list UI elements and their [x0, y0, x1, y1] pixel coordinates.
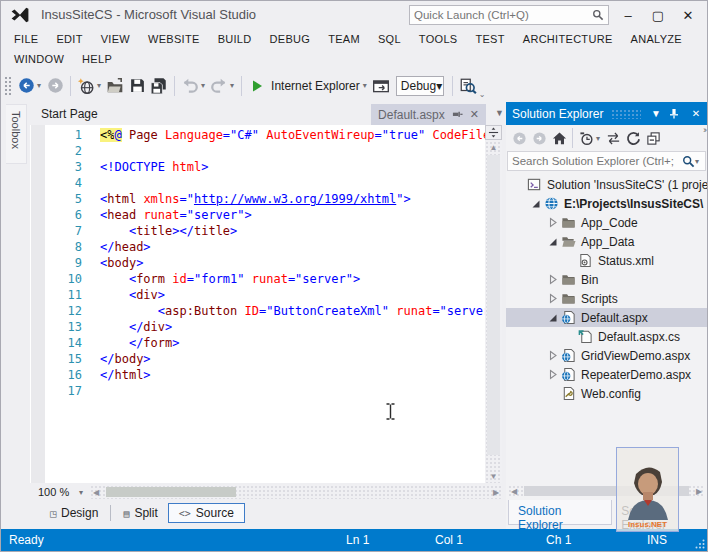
- close-button[interactable]: ✕: [673, 1, 703, 29]
- minimize-button[interactable]: –: [613, 1, 643, 29]
- menu-item-build[interactable]: BUILD: [209, 33, 261, 45]
- chevron-collapsed-icon[interactable]: [546, 274, 560, 285]
- switch-views-icon[interactable]: [577, 129, 595, 147]
- back-icon[interactable]: [510, 129, 528, 147]
- editor-zoom-select[interactable]: 100 % ▾: [30, 486, 90, 498]
- code-line[interactable]: 4: [30, 175, 502, 191]
- menu-item-website[interactable]: WEBSITE: [139, 33, 209, 45]
- chevron-collapsed-icon[interactable]: [546, 293, 560, 304]
- menu-item-window[interactable]: WINDOW: [5, 53, 73, 65]
- toolbar-overflow-icon[interactable]: ››: [703, 125, 705, 135]
- new-web-form-icon[interactable]: [77, 77, 95, 95]
- code-line[interactable]: 11 <div>: [30, 287, 502, 303]
- solution-explorer-titlebar[interactable]: Solution Explorer ▼ ✕: [506, 102, 707, 125]
- tab-split[interactable]: ▤ Split: [113, 504, 167, 522]
- editor-horizontal-scrollbar[interactable]: ◀ ▶: [90, 485, 502, 499]
- undo-dropdown-icon[interactable]: ▾: [201, 81, 205, 90]
- start-debug-icon[interactable]: [248, 77, 266, 95]
- tree-item-scripts[interactable]: Scripts: [506, 289, 707, 308]
- chevron-expanded-icon[interactable]: [546, 313, 560, 323]
- chevron-collapsed-icon[interactable]: [546, 350, 560, 361]
- search-options-dropdown-icon[interactable]: ▾: [695, 157, 699, 166]
- save-icon[interactable]: [128, 77, 146, 95]
- toolbar-overflow-icon[interactable]: ⌄: [479, 90, 486, 99]
- menu-item-sql[interactable]: SQL: [369, 33, 410, 45]
- save-all-icon[interactable]: [150, 77, 168, 95]
- menu-item-edit[interactable]: EDIT: [47, 33, 91, 45]
- tab-design[interactable]: ◳ Design: [40, 504, 108, 522]
- code-line[interactable]: 16</html>: [30, 367, 502, 383]
- home-icon[interactable]: [550, 129, 568, 147]
- menu-item-tools[interactable]: TOOLS: [410, 33, 467, 45]
- menu-item-help[interactable]: HELP: [73, 53, 121, 65]
- menu-item-test[interactable]: TEST: [466, 33, 513, 45]
- resize-grip[interactable]: [695, 539, 705, 549]
- chevron-expanded-icon[interactable]: [529, 199, 543, 209]
- solution-configuration-select[interactable]: Debug ▾: [396, 76, 444, 96]
- browse-with-icon[interactable]: [372, 77, 390, 95]
- open-file-icon[interactable]: [106, 77, 124, 95]
- switch-views-dropdown-icon[interactable]: ▾: [596, 134, 600, 143]
- tab-start-page[interactable]: Start Page: [31, 104, 108, 125]
- code-line[interactable]: 3<!DOCTYPE html>: [30, 159, 502, 175]
- chevron-expanded-icon[interactable]: [546, 237, 560, 247]
- chevron-collapsed-icon[interactable]: [546, 217, 560, 228]
- menu-item-view[interactable]: VIEW: [92, 33, 139, 45]
- split-window-handle[interactable]: [485, 125, 502, 140]
- tree-item-e-projects-insussitecs-[interactable]: E:\Projects\InsusSiteCS\: [506, 194, 707, 213]
- run-target-dropdown-icon[interactable]: ▾: [363, 81, 367, 90]
- tab-default-aspx[interactable]: Default.aspx ✕: [371, 104, 486, 125]
- pin-icon[interactable]: [452, 109, 463, 120]
- window-position-dropdown-icon[interactable]: ▼: [649, 108, 663, 119]
- code-line[interactable]: 10 <form id="form1" runat="server">: [30, 271, 502, 287]
- code-line[interactable]: 5<html xmlns="http://www.w3.org/1999/xht…: [30, 191, 502, 207]
- navigate-forward-icon[interactable]: [46, 77, 64, 95]
- scroll-left-icon[interactable]: ◀: [508, 487, 520, 496]
- tab-solution-explorer[interactable]: Solution Explorer: [508, 500, 612, 525]
- scroll-right-icon[interactable]: ▶: [693, 487, 705, 496]
- menu-item-architecture[interactable]: ARCHITECTURE: [514, 33, 622, 45]
- toolbar-drag-handle[interactable]: [4, 76, 12, 96]
- new-item-dropdown-icon[interactable]: ▾: [97, 81, 101, 90]
- navigate-back-dropdown-icon[interactable]: ▾: [37, 81, 41, 90]
- code-line[interactable]: 15</body>: [30, 351, 502, 367]
- redo-icon[interactable]: [210, 77, 228, 95]
- close-tab-icon[interactable]: ✕: [470, 108, 479, 121]
- run-target-label[interactable]: Internet Explorer: [271, 79, 360, 93]
- code-line[interactable]: 7 <title></title>: [30, 223, 502, 239]
- tree-item-default-aspx-cs[interactable]: Default.aspx.cs: [506, 327, 707, 346]
- tree-item-solution-insussitecs-1-project-[interactable]: Solution 'InsusSiteCS' (1 project): [506, 175, 707, 194]
- scroll-up-icon[interactable]: ▲: [485, 141, 502, 153]
- tree-item-default-aspx[interactable]: Default.aspx: [506, 308, 707, 327]
- maximize-button[interactable]: ▢: [643, 1, 673, 29]
- code-line[interactable]: 17: [30, 383, 502, 399]
- scroll-left-icon[interactable]: ◀: [90, 488, 102, 497]
- chevron-collapsed-icon[interactable]: [546, 369, 560, 380]
- code-editor[interactable]: 1<%@ Page Language="C#" AutoEventWireup=…: [30, 125, 502, 483]
- tree-item-gridviewdemo-aspx[interactable]: GridViewDemo.aspx: [506, 346, 707, 365]
- tree-item-bin[interactable]: Bin: [506, 270, 707, 289]
- tree-item-web-config[interactable]: Web.config: [506, 384, 707, 403]
- code-line[interactable]: 6<head runat="server">: [30, 207, 502, 223]
- tree-item-status-xml[interactable]: Status.xml: [506, 251, 707, 270]
- tab-source[interactable]: <> Source: [168, 503, 245, 523]
- navigate-back-icon[interactable]: [17, 77, 35, 95]
- undo-icon[interactable]: [181, 77, 199, 95]
- menu-item-file[interactable]: FILE: [5, 33, 47, 45]
- code-line[interactable]: 2: [30, 143, 502, 159]
- forward-icon[interactable]: [530, 129, 548, 147]
- quick-launch-box[interactable]: [409, 5, 609, 25]
- code-line[interactable]: 13 </div>: [30, 319, 502, 335]
- auto-hide-pin-icon[interactable]: [669, 108, 683, 119]
- tree-item-repeaterdemo-aspx[interactable]: RepeaterDemo.aspx: [506, 365, 707, 384]
- code-line[interactable]: 12 <asp:Button ID="ButtonCreateXml" runa…: [30, 303, 502, 319]
- code-line[interactable]: 14 </form>: [30, 335, 502, 351]
- tree-item-app-data[interactable]: App_Data: [506, 232, 707, 251]
- solution-search-box[interactable]: ▾: [507, 151, 706, 171]
- refresh-icon[interactable]: [624, 129, 642, 147]
- tree-item-app-code[interactable]: App_Code: [506, 213, 707, 232]
- search-icon[interactable]: [682, 155, 695, 168]
- redo-dropdown-icon[interactable]: ▾: [230, 81, 234, 90]
- toolbox-tab[interactable]: Toolbox: [6, 104, 27, 164]
- editor-vscroll-thumb[interactable]: [487, 155, 500, 455]
